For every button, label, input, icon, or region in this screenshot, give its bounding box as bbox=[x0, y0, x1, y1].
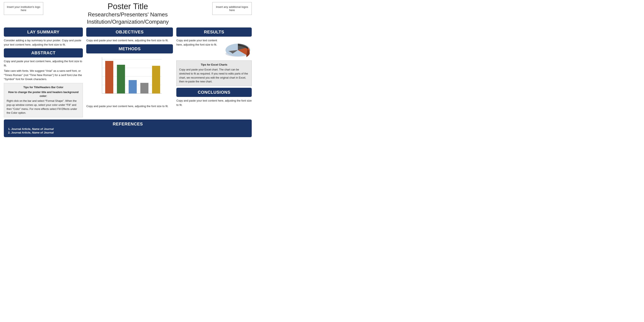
ref1-text: Journal Article, bbox=[11, 127, 31, 130]
logo-left-box: Insert your institution's logo here bbox=[4, 2, 43, 15]
pie-chart bbox=[224, 38, 252, 58]
references-header: REFERENCES bbox=[8, 122, 248, 126]
excel-tips-title: Tips for Excel Charts bbox=[179, 63, 249, 67]
ref2-journal: Name of Journal bbox=[32, 131, 54, 134]
lay-summary-header: LAY SUMMARY bbox=[4, 28, 83, 37]
ref2-text: Journal Article, bbox=[11, 131, 31, 134]
references-list: 1. Journal Article, Name of Journal 2. J… bbox=[8, 127, 248, 134]
results-header: RESULTS bbox=[176, 28, 252, 37]
conclusions-text: Copy and paste your text content here, a… bbox=[176, 98, 252, 107]
right-column: RESULTS bbox=[176, 28, 252, 117]
left-column: LAY SUMMARY Consider adding a lay summar… bbox=[4, 28, 83, 117]
abstract-header: ABSTRACT bbox=[4, 48, 83, 58]
tips-subtitle: How to change the poster title and heade… bbox=[6, 90, 80, 98]
objectives-header: OBJECTIVES bbox=[86, 28, 173, 37]
conclusions-header: CONCLUSIONS bbox=[176, 88, 252, 97]
bar-chart-area bbox=[86, 55, 173, 102]
ref1-label: 1. bbox=[8, 127, 10, 130]
excel-tips-body: Copy and paste your Excel chart. The cha… bbox=[179, 68, 249, 84]
header-center: Poster Title Researchers/Presenters' Nam… bbox=[43, 2, 212, 25]
tips-box: Tips for Title/Headers Bar Color How to … bbox=[4, 83, 83, 117]
ref-item-2: 2. Journal Article, Name of Journal bbox=[8, 131, 248, 134]
ref2-label: 2. bbox=[8, 131, 10, 134]
abstract-text: Copy and paste your text content here, a… bbox=[4, 59, 83, 81]
pie-chart-area bbox=[224, 38, 252, 58]
methods-chart-text: Copy and paste your text content here, a… bbox=[86, 104, 173, 108]
objectives-text: Copy and paste your text content here, a… bbox=[86, 38, 173, 42]
main-columns: LAY SUMMARY Consider adding a lay summar… bbox=[4, 28, 252, 117]
svg-rect-6 bbox=[105, 61, 113, 94]
methods-header: METHODS bbox=[86, 44, 173, 54]
poster-subtitle2: Institution/Organization/Company bbox=[48, 18, 208, 26]
ref-item-1: 1. Journal Article, Name of Journal bbox=[8, 127, 248, 130]
lay-summary-text: Consider adding a lay summary to your po… bbox=[4, 38, 83, 47]
poster-title: Poster Title bbox=[48, 2, 208, 11]
footer: REFERENCES 1. Journal Article, Name of J… bbox=[4, 120, 252, 137]
mid-column: OBJECTIVES Copy and paste your text cont… bbox=[86, 28, 173, 117]
poster-subtitle1: Researchers/Presenters' Names bbox=[48, 11, 208, 18]
ref1-journal: Name of Journal bbox=[32, 127, 54, 130]
svg-rect-7 bbox=[117, 65, 125, 94]
header: Insert your institution's logo here Post… bbox=[4, 2, 252, 25]
bar-chart bbox=[94, 55, 166, 102]
logo-right-box: Insert any additional logos here bbox=[212, 2, 252, 15]
svg-rect-10 bbox=[152, 66, 160, 94]
tips-body: Right click on the bar and select “Forma… bbox=[6, 99, 80, 115]
excel-tips-box: Tips for Excel Charts Copy and paste you… bbox=[176, 60, 252, 86]
logo-left-text: Insert your institution's logo here bbox=[5, 5, 42, 12]
results-area: Copy and paste your text content here, a… bbox=[176, 38, 252, 59]
poster-container: Insert your institution's logo here Post… bbox=[0, 0, 256, 137]
svg-rect-9 bbox=[140, 83, 148, 94]
tips-title: Tips for Title/Headers Bar Color bbox=[6, 86, 80, 90]
svg-rect-8 bbox=[129, 80, 137, 94]
logo-right-text: Insert any additional logos here bbox=[214, 5, 250, 12]
